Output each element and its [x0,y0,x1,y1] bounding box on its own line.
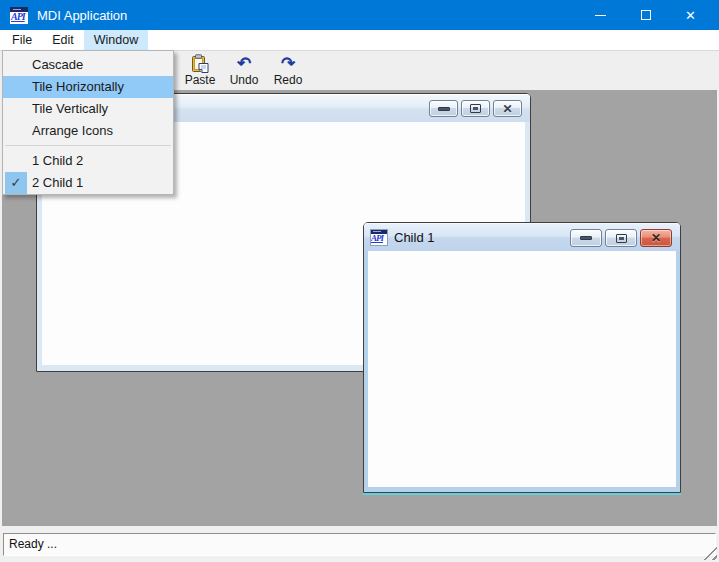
child-window-child-1: API Child 1 ✕ [363,222,681,493]
caption-buttons: ✕ [578,0,713,30]
child-1-icon: API [371,230,387,245]
child-1-close-button[interactable]: ✕ [640,229,672,247]
minimize-icon [438,107,450,111]
paste-icon [190,53,210,74]
paste-button[interactable]: Paste [178,53,222,90]
menu-item-2-child-1[interactable]: ✓ 2 Child 1 [3,172,173,194]
child-back-close-button[interactable]: ✕ [493,100,522,117]
child-1-maximize-button[interactable] [605,229,637,247]
check-icon: ✓ [5,172,27,194]
child-back-maximize-button[interactable] [461,100,490,117]
maximize-icon [616,234,627,243]
child-1-titlebar[interactable]: API Child 1 ✕ [364,223,680,251]
menubar: File Edit Window [0,30,719,50]
menu-item-tile-vertically[interactable]: Tile Vertically [3,98,173,120]
undo-label: Undo [230,74,259,87]
window-menu-dropdown: Cascade Tile Horizontally Tile Verticall… [2,50,174,195]
maximize-icon [641,10,651,20]
statusbar: Ready ... [0,526,719,562]
child-back-minimize-button[interactable] [429,100,458,117]
app-icon: API [10,7,28,24]
menu-item-tile-horizontally[interactable]: Tile Horizontally [3,76,173,98]
close-icon: ✕ [685,9,696,22]
close-icon: ✕ [651,232,661,244]
minimize-button[interactable] [578,0,623,30]
undo-icon: ↶ [237,53,251,74]
app-icon-text: API [11,11,25,22]
child-1-client-area [368,251,676,487]
minimize-icon [580,236,592,240]
redo-icon: ↷ [281,53,295,74]
menu-item-label: 2 Child 1 [32,175,83,190]
menu-file[interactable]: File [2,30,42,50]
menu-item-1-child-2[interactable]: 1 Child 2 [3,150,173,172]
window-title: MDI Application [37,8,127,23]
menu-edit[interactable]: Edit [42,30,84,50]
child-1-title: Child 1 [394,230,434,245]
maximize-button[interactable] [623,0,668,30]
menu-item-arrange-icons[interactable]: Arrange Icons [3,120,173,142]
child-1-minimize-button[interactable] [570,229,602,247]
close-button[interactable]: ✕ [668,0,713,30]
menu-window[interactable]: Window [84,30,148,50]
redo-label: Redo [274,74,303,87]
minimize-icon [595,15,606,16]
close-icon: ✕ [502,103,512,115]
main-window: API MDI Application ✕ File Edit Window [0,0,719,562]
menu-item-cascade[interactable]: Cascade [3,54,173,76]
paste-label: Paste [185,74,216,87]
titlebar[interactable]: API MDI Application ✕ [0,0,719,30]
menu-separator [5,145,171,146]
maximize-icon [470,104,481,113]
undo-button[interactable]: ↶ Undo [222,53,266,90]
status-text: Ready ... [3,533,716,556]
redo-button[interactable]: ↷ Redo [266,53,310,90]
